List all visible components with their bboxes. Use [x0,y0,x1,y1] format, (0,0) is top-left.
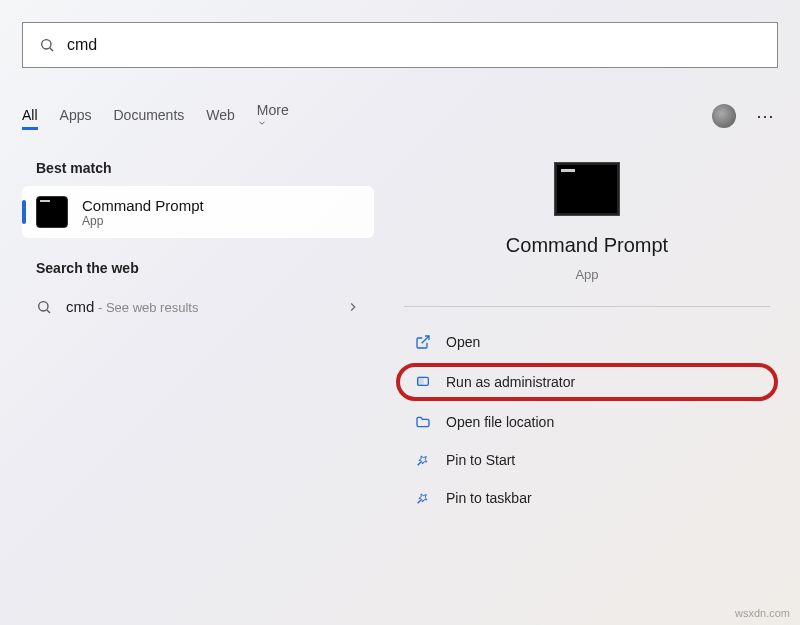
command-prompt-icon [36,196,68,228]
detail-title: Command Prompt [506,234,668,257]
tab-more[interactable]: More [257,98,293,135]
result-title: Command Prompt [82,197,204,214]
search-bar[interactable] [22,22,778,68]
detail-subtitle: App [575,267,598,282]
tab-documents[interactable]: Documents [113,103,184,130]
action-run-as-administrator[interactable]: Run as administrator [396,363,778,401]
watermark: wsxdn.com [735,607,790,619]
web-result-cmd[interactable]: cmd - See web results [22,286,374,328]
tab-more-label: More [257,102,289,118]
action-label: Pin to Start [446,452,515,468]
command-prompt-icon [554,162,620,216]
open-external-icon [414,333,432,351]
tab-web[interactable]: Web [206,103,235,130]
results-left-column: Best match Command Prompt App Search the… [22,150,374,328]
detail-panel: Command Prompt App Open Run as administr… [396,150,778,625]
result-subtitle: App [82,214,204,228]
action-label: Pin to taskbar [446,490,532,506]
svg-point-0 [42,40,51,49]
shield-icon [414,373,432,391]
user-avatar[interactable] [712,104,736,128]
svg-point-2 [39,302,48,311]
search-icon [39,37,55,53]
action-list: Open Run as administrator Open file loca… [396,323,778,517]
folder-icon [414,413,432,431]
search-input[interactable] [67,36,761,54]
action-pin-to-start[interactable]: Pin to Start [396,441,778,479]
detail-header: Command Prompt App [396,162,778,282]
overflow-menu-icon[interactable]: ⋯ [752,105,778,127]
action-pin-to-taskbar[interactable]: Pin to taskbar [396,479,778,517]
search-icon [36,299,52,315]
tab-all[interactable]: All [22,103,38,130]
pin-icon [414,451,432,469]
divider [404,306,770,307]
svg-line-3 [47,310,50,313]
action-open-file-location[interactable]: Open file location [396,403,778,441]
tab-apps[interactable]: Apps [60,103,92,130]
svg-rect-6 [418,377,423,385]
result-command-prompt[interactable]: Command Prompt App [22,186,374,238]
action-label: Open [446,334,480,350]
chevron-down-icon [257,118,293,128]
svg-line-4 [422,336,429,343]
action-label: Run as administrator [446,374,575,390]
best-match-heading: Best match [36,160,360,176]
action-open[interactable]: Open [396,323,778,361]
svg-line-7 [418,462,421,465]
action-label: Open file location [446,414,554,430]
chevron-right-icon [346,300,360,314]
svg-line-8 [418,500,421,503]
search-web-heading: Search the web [36,260,360,276]
svg-line-1 [50,48,53,51]
tabs-row: All Apps Documents Web More ⋯ [22,100,778,132]
web-result-term: cmd [66,298,94,315]
pin-icon [414,489,432,507]
result-text: Command Prompt App [82,197,204,228]
web-result-desc: - See web results [94,300,198,315]
